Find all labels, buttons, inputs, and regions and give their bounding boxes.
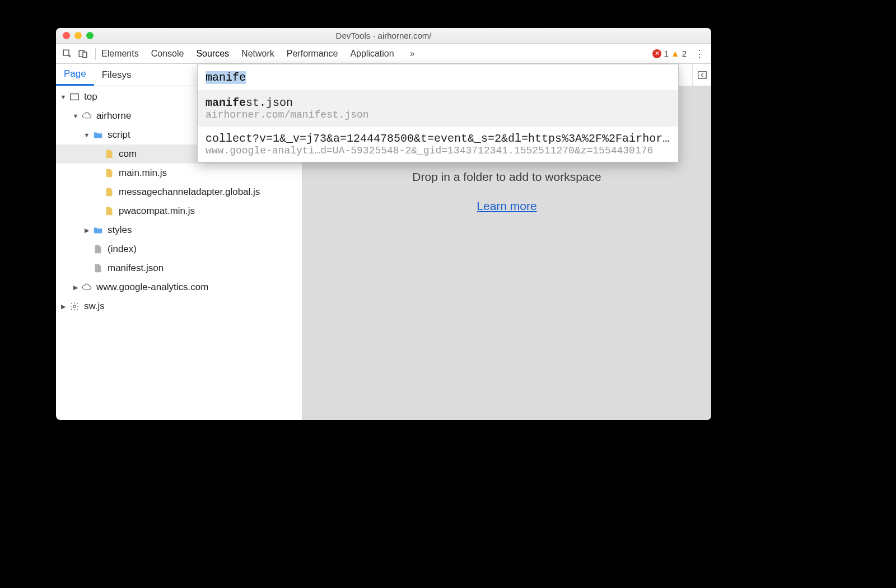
tree-label: pwacompat.min.js	[119, 206, 195, 217]
error-count: 1	[664, 49, 668, 58]
svg-point-5	[73, 305, 76, 308]
tree-label: messagechanneladapter.global.js	[119, 186, 260, 198]
warning-count: 2	[682, 49, 687, 58]
tab-performance[interactable]: Performance	[287, 49, 338, 59]
close-window-button[interactable]	[63, 32, 70, 39]
collapse-icon: ▶	[59, 303, 67, 310]
quick-open-query: manife	[206, 71, 246, 84]
inspect-element-icon[interactable]	[60, 47, 74, 60]
js-file-icon	[103, 206, 115, 216]
result-filename: collect?v=1&_v=j73&a=1244478500&t=event&…	[206, 132, 670, 145]
svg-rect-3	[698, 71, 706, 78]
quick-open-dialog: manife manifest.json airhorner.com/manif…	[197, 64, 679, 162]
tab-sources[interactable]: Sources	[196, 49, 229, 59]
js-file-icon	[103, 168, 115, 178]
tree-label: main.min.js	[119, 167, 167, 179]
tree-label: manifest.json	[108, 263, 164, 274]
minimize-window-button[interactable]	[74, 32, 82, 39]
tree-label: com	[119, 148, 137, 160]
toggle-navigator-icon[interactable]	[692, 64, 711, 86]
quick-open-result[interactable]: manifest.json airhorner.com/manifest.jso…	[198, 90, 678, 126]
tree-label: airhorne	[96, 110, 131, 122]
warning-icon: ▲	[671, 49, 680, 59]
titlebar: DevTools - airhorner.com/	[56, 28, 711, 44]
cloud-icon	[81, 282, 93, 292]
subtab-page[interactable]: Page	[56, 64, 94, 86]
tree-file-index[interactable]: (index)	[56, 240, 302, 259]
toolbar-separator	[95, 48, 96, 60]
tab-application[interactable]: Application	[350, 49, 394, 59]
tab-console[interactable]: Console	[151, 49, 184, 59]
zoom-window-button[interactable]	[86, 32, 94, 39]
tree-label: styles	[108, 225, 132, 236]
learn-more-link[interactable]: Learn more	[477, 199, 536, 213]
file-icon	[92, 244, 104, 254]
tree-service-worker[interactable]: ▶ sw.js	[56, 297, 302, 316]
js-file-icon	[103, 149, 115, 159]
tree-label: script	[108, 129, 130, 141]
js-file-icon	[103, 187, 115, 197]
expand-icon: ▼	[83, 132, 91, 138]
cloud-icon	[81, 111, 93, 121]
quick-open-result[interactable]: collect?v=1&_v=j73&a=1244478500&t=event&…	[198, 126, 678, 162]
tab-elements[interactable]: Elements	[101, 49, 139, 59]
file-icon	[92, 263, 104, 273]
more-tabs-icon[interactable]: »	[410, 49, 415, 59]
main-toolbar: Elements Console Sources Network Perform…	[56, 44, 711, 64]
frame-icon	[68, 92, 81, 102]
svg-rect-4	[71, 94, 78, 100]
tree-file-pwacompat[interactable]: pwacompat.min.js	[56, 202, 302, 221]
settings-menu-icon[interactable]: ⋮	[694, 48, 704, 60]
result-path: airhorner.com/manifest.json	[206, 109, 670, 120]
devtools-window: DevTools - airhorner.com/ Elements Conso…	[56, 28, 711, 420]
tree-label: top	[84, 91, 97, 102]
folder-icon	[92, 130, 104, 140]
result-path: www.google-analyti…d=UA-59325548-2&_gid=…	[206, 145, 670, 156]
collapse-icon: ▶	[83, 227, 91, 234]
quick-open-input[interactable]: manife	[198, 64, 678, 90]
workspace-drop-hint: Drop in a folder to add to workspace	[412, 170, 601, 184]
gear-icon	[68, 301, 81, 311]
collapse-icon: ▶	[72, 284, 80, 291]
error-icon: ✕	[652, 49, 661, 58]
tab-network[interactable]: Network	[241, 49, 274, 59]
folder-icon	[92, 225, 104, 235]
expand-icon: ▼	[72, 113, 80, 119]
tree-origin-google-analytics[interactable]: ▶ www.google-analytics.com	[56, 278, 302, 297]
tree-label: sw.js	[84, 301, 105, 312]
tree-folder-styles[interactable]: ▶ styles	[56, 221, 302, 240]
window-controls	[63, 32, 94, 39]
device-toolbar-icon[interactable]	[76, 47, 90, 60]
tree-label: www.google-analytics.com	[96, 282, 208, 293]
tree-file-manifest[interactable]: manifest.json	[56, 259, 302, 278]
subtab-filesystem[interactable]: Filesys	[94, 64, 139, 86]
tree-file-main[interactable]: main.min.js	[56, 164, 302, 183]
expand-icon: ▼	[59, 94, 67, 100]
result-filename: manifest.json	[206, 96, 670, 109]
panel-tabs: Elements Console Sources Network Perform…	[101, 49, 415, 59]
tree-file-messagechanneladapter[interactable]: messagechanneladapter.global.js	[56, 183, 302, 202]
window-title: DevTools - airhorner.com/	[56, 31, 711, 40]
tree-label: (index)	[108, 244, 137, 255]
error-warning-badge[interactable]: ✕ 1 ▲ 2	[652, 49, 687, 59]
svg-rect-2	[83, 52, 87, 58]
